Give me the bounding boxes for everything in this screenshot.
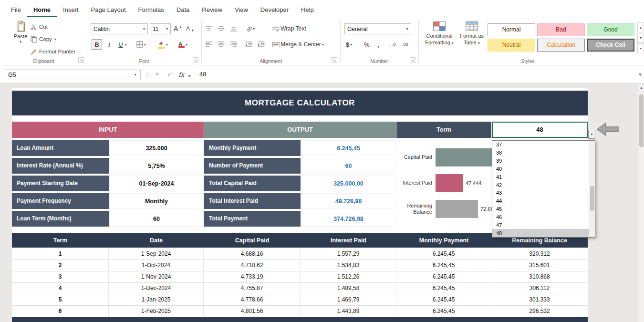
table-cell[interactable]: 6.245,45 [396, 271, 491, 283]
dropdown-option[interactable]: 47 [492, 221, 589, 229]
table-cell[interactable]: 306.112 [491, 283, 588, 294]
name-box[interactable]: G5 ▾ [4, 69, 141, 80]
table-cell[interactable]: 4 [12, 283, 109, 294]
expand-formula-bar-icon[interactable]: ▾ [639, 71, 642, 78]
font-name-select[interactable]: Calibri▾ [91, 23, 148, 34]
underline-button[interactable]: U [115, 39, 126, 50]
table-cell[interactable]: 310.868 [491, 271, 588, 283]
align-right-button[interactable] [230, 39, 237, 50]
table-cell[interactable]: 1-Oct-2024 [109, 260, 204, 271]
cell-style-calculation[interactable]: Calculation [537, 39, 585, 52]
input-value-cell[interactable]: 01-Sep-2024 [109, 176, 204, 191]
shrink-font-button[interactable]: A▼ [186, 23, 194, 34]
orientation-button[interactable]: ab▾ [246, 23, 255, 34]
dropdown-scrollbar-thumb[interactable] [590, 186, 594, 211]
table-cell[interactable]: 3 [12, 271, 109, 283]
term-dropdown-button[interactable]: ▼ [588, 130, 595, 139]
tab-insert[interactable]: Insert [57, 2, 85, 17]
input-label[interactable]: Interest Rate (Annual %) [12, 158, 109, 174]
font-size-select[interactable]: 11▾ [150, 23, 171, 34]
table-cell[interactable]: 1-Jan-2025 [109, 294, 204, 306]
input-label[interactable]: Payment Starting Date [12, 176, 109, 191]
cut-button[interactable]: Cut [31, 22, 48, 31]
scrollbar-thumb[interactable] [639, 94, 644, 147]
table-cell[interactable]: 4.710,62 [204, 260, 301, 271]
tab-developer[interactable]: Developer [254, 2, 295, 17]
table-header-cell[interactable]: Capital Paid [204, 233, 301, 248]
table-cell[interactable]: 6.245,45 [396, 260, 491, 271]
tab-home[interactable]: Home [27, 2, 57, 17]
table-cell[interactable]: 1.489,58 [301, 283, 396, 294]
output-label[interactable]: Total Interest Paid [204, 193, 301, 209]
output-label[interactable]: Monthly Payment [204, 140, 301, 156]
format-painter-button[interactable]: Format Painter [31, 47, 75, 56]
dropdown-option-selected[interactable]: 48 [492, 229, 589, 237]
output-value-cell[interactable]: 374.726,98 [301, 211, 396, 227]
merge-center-button[interactable]: Merge & Center ▾ [272, 39, 324, 50]
table-cell[interactable]: 6.245,45 [396, 294, 491, 306]
table-cell[interactable]: 5 [12, 294, 109, 306]
dropdown-option[interactable]: 42 [492, 181, 589, 189]
decrease-indent-button[interactable] [245, 39, 252, 50]
table-cell[interactable]: 6.245,45 [396, 249, 491, 260]
table-header-cell[interactable]: Monthly Payment [396, 233, 491, 248]
borders-button[interactable]: ▾ [136, 39, 146, 50]
cancel-icon[interactable]: × [156, 71, 159, 78]
align-bottom-button[interactable] [230, 23, 237, 34]
cell-style-bad[interactable]: Bad [537, 23, 585, 36]
input-value-cell[interactable]: Monthly [109, 193, 204, 209]
table-cell[interactable]: 2 [12, 260, 109, 271]
tab-help[interactable]: Help [295, 2, 320, 17]
tab-view[interactable]: View [229, 2, 254, 17]
table-cell[interactable]: 4.688,16 [204, 249, 301, 260]
dropdown-option[interactable]: 46 [492, 213, 589, 221]
table-cell[interactable]: 301.333 [491, 294, 588, 306]
tab-formulas[interactable]: Formulas [132, 2, 170, 17]
term-value-cell[interactable]: 48 [492, 122, 588, 138]
table-cell[interactable]: 1-Nov-2024 [109, 271, 204, 283]
input-value-cell[interactable]: 60 [109, 211, 204, 227]
table-cell[interactable]: 1.443,89 [301, 306, 396, 317]
percent-button[interactable]: % [364, 39, 370, 50]
input-label[interactable]: Payment Frequency [12, 193, 109, 209]
dropdown-option[interactable]: 38 [492, 149, 589, 157]
table-header-cell[interactable]: Interest Paid [301, 233, 396, 248]
vertical-scrollbar[interactable]: ▲ [638, 84, 644, 322]
table-cell[interactable]: 4.778,66 [204, 294, 301, 306]
table-header-cell[interactable]: Term [12, 233, 109, 248]
decrease-decimal-button[interactable]: .00→ [402, 39, 413, 50]
grow-font-button[interactable]: A▲ [174, 23, 182, 34]
alignment-dialog-launcher-icon[interactable]: ↘ [332, 57, 337, 63]
align-top-button[interactable] [205, 23, 212, 34]
currency-button[interactable]: $▾ [346, 39, 352, 50]
conditional-formatting-button[interactable]: Conditional Formatting ▾ [424, 21, 455, 59]
cell-style-normal[interactable]: Normal [488, 23, 535, 36]
cell-style-check-cell[interactable]: Check Cell [587, 39, 634, 52]
dropdown-option[interactable]: 41 [492, 173, 589, 181]
dropdown-scrollbar[interactable] [589, 141, 595, 237]
output-value-cell[interactable]: 49.726,98 [301, 193, 396, 209]
insert-function-icon[interactable]: fx [178, 71, 184, 78]
paste-button[interactable]: Paste ▾ [10, 21, 31, 57]
font-color-button[interactable]: A ▾ [178, 39, 187, 50]
copy-button[interactable]: Copy ▾ [31, 34, 56, 44]
input-label[interactable]: Loan Amount [12, 140, 109, 156]
styles-gallery-up-icon[interactable]: ▲ [637, 22, 644, 32]
table-cell[interactable]: 1-Feb-2025 [109, 306, 204, 317]
formula-bar-grip-icon[interactable]: ⋮ [145, 71, 150, 78]
font-dialog-launcher-icon[interactable]: ↘ [193, 57, 198, 63]
input-value-cell[interactable]: 5,75% [109, 158, 204, 174]
table-cell[interactable]: 1.534,83 [301, 260, 396, 271]
number-format-select[interactable]: General▾ [344, 23, 411, 34]
tab-review[interactable]: Review [196, 2, 229, 17]
enter-icon[interactable]: ✓ [167, 71, 172, 78]
output-value-cell[interactable]: 6.245,45 [301, 140, 396, 156]
table-cell[interactable]: 1.466,79 [301, 294, 396, 306]
table-cell[interactable]: 1-Dec-2024 [109, 283, 204, 294]
output-label[interactable]: Number of Payment [204, 158, 301, 174]
number-dialog-launcher-icon[interactable]: ↘ [410, 57, 415, 63]
table-cell[interactable]: 296.532 [491, 306, 588, 317]
table-cell[interactable]: 1.512,26 [301, 271, 396, 283]
align-middle-button[interactable] [218, 23, 225, 34]
table-cell[interactable]: 1-Sep-2024 [109, 249, 204, 260]
